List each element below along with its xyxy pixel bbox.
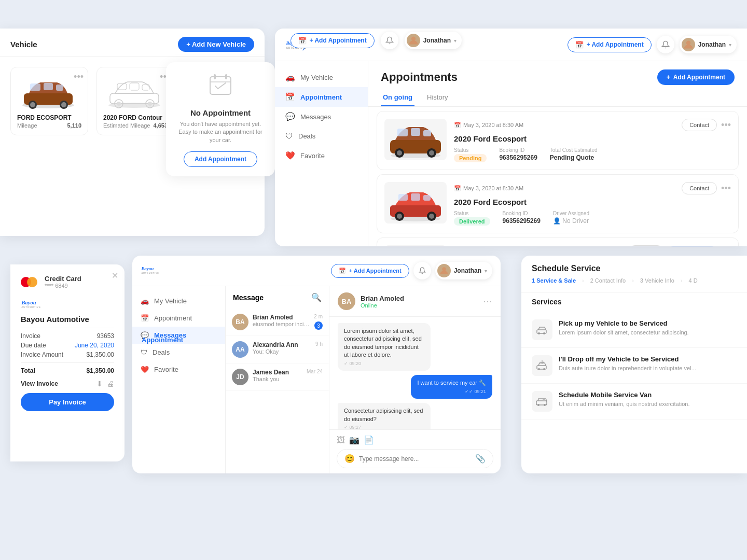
- more-options-3[interactable]: •••: [721, 246, 731, 247]
- appt-actions-3: Contact Accept Quote •••: [629, 245, 731, 246]
- message-list-header: Message 🔍: [226, 286, 329, 309]
- msg-time-2: 9 h: [315, 341, 323, 347]
- msg-nav-deals[interactable]: 🛡 Deals: [132, 344, 225, 361]
- contact-button-3[interactable]: Contact: [629, 245, 664, 246]
- no-appt-desc: You don't have appointment yet. Easy to …: [176, 120, 265, 144]
- user-menu-button-right[interactable]: Jonathan ▾: [680, 36, 737, 53]
- notification-button-left[interactable]: [381, 32, 398, 49]
- add-appointment-label-left: + Add Appointment: [310, 37, 367, 44]
- svg-rect-67: [543, 399, 545, 401]
- camera-button[interactable]: 📷: [349, 435, 359, 445]
- step-4[interactable]: 4 D: [689, 277, 698, 284]
- msg-timestamp-1: ✓ 09:20: [344, 360, 424, 367]
- service-item-3[interactable]: Schedule Mobile Service Van Ut enim ad m…: [521, 384, 747, 419]
- message-input[interactable]: [359, 455, 471, 463]
- notification-button-messages[interactable]: [413, 262, 431, 279]
- chat-header: BA Brian Amoled Online ⋯: [329, 286, 501, 317]
- msg-nav-vehicle[interactable]: 🚗 My Vehicle: [132, 292, 225, 310]
- msg-contact-1[interactable]: BA Brian Amoled eiusmod tempor incididun…: [226, 309, 329, 336]
- svg-point-41: [397, 214, 402, 219]
- vehicle-card-1[interactable]: ••• FORD ECOSPORT Mileage: [10, 67, 88, 135]
- msg-contact-3[interactable]: JD James Dean Thank you Mar 24: [226, 363, 329, 391]
- msg-contact-2[interactable]: AA Alexandria Ann You: Okay 9 h: [226, 336, 329, 363]
- sidebar-item-appointment[interactable]: 📅 Appointment: [275, 87, 368, 107]
- add-appointment-messages-button[interactable]: 📅 + Add Appointment: [331, 264, 409, 278]
- sidebar-item-my-vehicle[interactable]: 🚗 My Vehicle: [275, 67, 368, 87]
- chat-msg-3: Consectetur adipiscing elit, sed do eius…: [338, 403, 431, 429]
- step-2[interactable]: 2 Contact Info: [590, 277, 626, 284]
- chat-input-area: 🖼 📷 📄 😊 📎: [329, 429, 501, 473]
- add-appointment-header-button-left[interactable]: 📅 + Add Appointment: [290, 33, 375, 48]
- image-attach-button[interactable]: 🖼: [337, 436, 345, 445]
- bayou-logo-messages: Bayou AUTOMOTIVE: [141, 263, 169, 278]
- attach-button[interactable]: 📎: [475, 454, 486, 464]
- svg-rect-37: [398, 194, 408, 201]
- sidebar-item-deals[interactable]: 🛡 Deals: [275, 127, 368, 146]
- step-1[interactable]: 1 Service & Sale: [532, 277, 576, 284]
- invoice-company-name: Bayou Automotive: [21, 315, 114, 324]
- add-appointment-button-outline[interactable]: Add Appointment: [184, 151, 257, 167]
- car-nav-icon: 🚗: [285, 73, 295, 82]
- emoji-button[interactable]: 😊: [344, 454, 355, 464]
- add-appointment-header-button-right[interactable]: 📅 + Add Appointment: [568, 37, 652, 52]
- msg-contact-name-3: James Dean: [253, 369, 302, 376]
- msg-nav-appointment[interactable]: 📅 Appointment: [132, 310, 225, 327]
- credit-card-row: Credit Card **** 6849: [21, 275, 114, 289]
- service-item-1[interactable]: Pick up my Vehicle to be Serviced Lorem …: [521, 312, 747, 348]
- svg-point-66: [544, 404, 546, 406]
- step-3[interactable]: 3 Vehicle Info: [640, 277, 674, 284]
- svg-text:AUTOMOTIVE: AUTOMOTIVE: [141, 272, 159, 274]
- booking-id-item-1: Booking ID 96356295269: [499, 147, 537, 162]
- notification-button-right[interactable]: [657, 36, 674, 53]
- service-item-2[interactable]: I'll Drop off my Vehicle to be Serviced …: [521, 348, 747, 384]
- appt-date-2: 📅 May 3, 2020 at 8:30 AM: [454, 185, 523, 192]
- appt-date-row-3: 📅 May 3, 2020 at 8:30 AM Contact Accept …: [454, 245, 731, 246]
- view-invoice-link[interactable]: View Invoice: [21, 380, 58, 387]
- bayou-logo-invoice: Bayou AUTOMOTIVE: [21, 297, 114, 313]
- more-options-2[interactable]: •••: [721, 183, 731, 194]
- contact-button-1[interactable]: Contact: [682, 119, 717, 131]
- add-appointment-main-button[interactable]: + Add Appointment: [657, 69, 735, 85]
- download-invoice-button[interactable]: ⬇: [96, 380, 103, 388]
- user-menu-button-left[interactable]: Jonathan ▾: [405, 32, 462, 49]
- invoice-label: Invoice: [21, 332, 40, 340]
- sidebar-item-favorite[interactable]: ❤️ Favorite: [275, 146, 368, 165]
- user-menu-button-messages[interactable]: Jonathan ▾: [435, 262, 492, 279]
- driver-value-2: 👤 No Driver: [553, 217, 589, 225]
- svg-point-60: [543, 332, 545, 334]
- svg-rect-19: [214, 74, 216, 79]
- invoice-row-number: Invoice 93653: [21, 332, 114, 340]
- invoice-row-due: Due date June 20, 2020: [21, 342, 114, 349]
- message-list-title: Message: [233, 293, 264, 302]
- pay-invoice-button[interactable]: Pay Invoice: [21, 393, 114, 411]
- more-options-1[interactable]: •••: [721, 120, 731, 131]
- sidebar-item-messages[interactable]: 💬 Messages: [275, 107, 368, 127]
- chat-menu-button[interactable]: ⋯: [483, 296, 492, 307]
- tab-history[interactable]: History: [425, 89, 450, 106]
- step-divider-3: ›: [681, 277, 683, 284]
- contact-button-2[interactable]: Contact: [682, 182, 717, 194]
- vehicle-name-1: FORD ECOSPORT: [17, 114, 81, 121]
- msg-nav-favorite[interactable]: ❤️ Favorite: [132, 361, 225, 378]
- svg-point-62: [538, 368, 540, 370]
- svg-point-57: [442, 267, 446, 271]
- service-name-1: Pick up my Vehicle to be Serviced: [559, 319, 689, 327]
- appointments-page-title: Appointments: [381, 71, 458, 84]
- car-name-1: 2020 Ford Ecosport: [454, 134, 731, 143]
- appt-actions-1: Contact •••: [682, 119, 731, 131]
- search-messages-button[interactable]: 🔍: [311, 292, 322, 302]
- booking-id-value-1: 96356295269: [499, 154, 537, 161]
- print-invoice-button[interactable]: 🖨: [107, 380, 114, 388]
- bell-icon-msg: [419, 267, 426, 274]
- status-label-1: Status: [454, 147, 487, 153]
- appointment-card-3: 📅 May 3, 2020 at 8:30 AM Contact Accept …: [377, 237, 739, 246]
- vehicle-card-2[interactable]: ••• 2020 FORD Contour Estimated Milea: [96, 67, 174, 135]
- vehicle-menu-icon[interactable]: •••: [74, 72, 84, 82]
- tab-ongoing[interactable]: On going: [381, 89, 414, 106]
- accept-quote-button[interactable]: Accept Quote: [668, 246, 717, 246]
- driver-icon: 👤: [553, 217, 561, 225]
- svg-point-65: [537, 404, 540, 406]
- close-invoice-button[interactable]: ✕: [112, 271, 118, 281]
- total-label: Total: [21, 367, 35, 374]
- file-attach-button[interactable]: 📄: [364, 435, 374, 445]
